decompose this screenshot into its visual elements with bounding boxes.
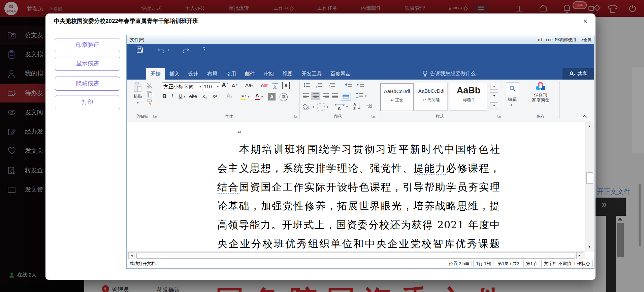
shrink-font-button[interactable]: A▼ (232, 83, 238, 88)
style-normal[interactable]: AaBbCcDdl ↵ 正文 (380, 83, 414, 111)
tab-home[interactable]: 开始 (146, 68, 165, 80)
bullets-button[interactable] (303, 82, 311, 88)
collapse-ribbon-icon[interactable] (582, 114, 587, 118)
lightbulb-icon (422, 70, 428, 77)
change-case-button[interactable]: Aa▾ (245, 82, 253, 88)
edit-caret-icon[interactable]: ▾ (511, 103, 512, 107)
cut-scissors-icon[interactable] (146, 82, 153, 89)
font-color-caret-icon[interactable]: ▾ (261, 95, 263, 98)
save-to-baidu-button[interactable]: 保存到百度网盘 (525, 81, 556, 103)
underline-button[interactable]: U (179, 93, 183, 99)
status-line-col: 1行 1列 (473, 260, 493, 267)
align-left-button[interactable] (303, 93, 310, 98)
tab-baidu-netdisk[interactable]: 百度网盘 (326, 68, 355, 80)
tab-developer[interactable]: 开发工具 (297, 68, 326, 80)
show-traces-button[interactable]: 显示痕迹 (55, 57, 120, 71)
pinyin-guide-button[interactable]: wén文 (272, 81, 278, 89)
scroll-up-icon[interactable]: ▲ (586, 123, 592, 129)
increase-indent-button[interactable] (356, 82, 364, 88)
font-size-select[interactable]: 110 ▾ (202, 82, 220, 91)
format-painter-icon[interactable] (146, 99, 153, 106)
text-effects-button[interactable]: A▾ (226, 92, 232, 99)
undo-caret-icon[interactable]: ▾ (168, 48, 169, 52)
borders-caret-icon[interactable]: ▾ (327, 105, 328, 109)
multilevel-list-button[interactable]: 1ai (327, 82, 335, 88)
align-right-button[interactable] (323, 93, 329, 98)
style-heading1[interactable]: AaBb 标题 1 (450, 83, 487, 111)
sort-button[interactable]: AZ (353, 102, 362, 111)
borders-button[interactable] (317, 103, 325, 111)
scroll-right-icon[interactable]: ► (576, 252, 583, 259)
clipboard-dialog-launcher-icon[interactable] (153, 114, 157, 118)
paragraph-group-label: 段落 (299, 114, 377, 119)
paste-button[interactable]: 粘贴 ▾ (130, 82, 146, 105)
strikethrough-button[interactable]: abe (189, 94, 197, 99)
styles-scroll-down[interactable]: ▼ (490, 92, 498, 99)
grow-font-button[interactable]: A▲ (222, 82, 229, 89)
fullscreen-link[interactable]: ↗全屏 (581, 37, 591, 42)
shading-bucket-button[interactable] (303, 103, 311, 110)
doc-vertical-scrollbar[interactable]: ▲ ▼ (585, 122, 594, 252)
styles-dialog-launcher-icon[interactable] (497, 114, 501, 118)
superscript-button[interactable]: X² (212, 94, 217, 99)
styles-more-button[interactable]: ▼ (490, 102, 498, 109)
find-button[interactable] (506, 82, 519, 95)
distributed-align-button[interactable] (341, 92, 351, 100)
tell-me-box[interactable]: 告诉我您想要做什么... (422, 70, 480, 77)
bold-button[interactable]: B (162, 93, 166, 100)
highlight-caret-icon[interactable]: ▾ (248, 95, 250, 98)
tab-references[interactable]: 引用 (222, 68, 240, 80)
share-button[interactable]: 共享 (562, 68, 594, 80)
undo-icon[interactable] (158, 47, 166, 53)
print-button[interactable]: 打印 (55, 95, 120, 109)
style-no-spacing[interactable]: AaBbCcDdl ↵ 无间隔 (415, 83, 448, 111)
scroll-left-icon[interactable]: ◄ (128, 252, 135, 259)
underline-caret-icon[interactable]: ▾ (184, 95, 186, 98)
enclose-characters-button[interactable]: 字 (280, 93, 288, 101)
save-icon[interactable] (136, 46, 143, 53)
show-formatting-marks-button[interactable] (365, 103, 373, 110)
character-scaling-button[interactable]: A (335, 103, 345, 111)
line-spacing-button[interactable] (356, 92, 364, 98)
subscript-button[interactable]: X₂ (202, 94, 207, 99)
edit-menu-button[interactable]: 编辑 (506, 96, 519, 103)
tab-layout[interactable]: 布局 (203, 68, 222, 80)
redo-icon[interactable] (181, 47, 189, 53)
italic-button[interactable]: I (171, 93, 173, 100)
font-dialog-launcher-icon[interactable] (294, 114, 298, 118)
editor-menubar: 文件(F) office MX内部使用 ↗全屏 (127, 35, 594, 44)
character-border-button[interactable]: A (282, 82, 290, 89)
paragraph-dialog-launcher-icon[interactable] (371, 114, 375, 118)
font-color-button[interactable]: A (255, 92, 260, 100)
character-scaling-caret-icon[interactable]: ▾ (346, 105, 348, 109)
copy-icon[interactable] (146, 91, 153, 97)
vscroll-thumb[interactable] (586, 172, 593, 184)
tab-view[interactable]: 视图 (278, 68, 297, 80)
close-icon[interactable]: × (580, 16, 590, 26)
align-center-button[interactable] (311, 92, 320, 100)
modal-title: 中央党校国资委分校2022年春季直属青年干部培训班开班 (54, 16, 542, 26)
clear-format-button[interactable]: A (261, 82, 267, 88)
numbering-button[interactable]: 123 (315, 82, 323, 88)
scroll-down-icon[interactable]: ▼ (586, 244, 592, 250)
file-menu[interactable]: 文件(F) (130, 37, 144, 43)
highlight-color-button[interactable]: ab (240, 92, 246, 100)
tab-insert[interactable]: 插入 (165, 68, 184, 80)
doc-horizontal-scrollbar[interactable]: ◄ ► (127, 252, 585, 259)
font-name-select[interactable]: 方正小标宋简 ▾ (162, 82, 203, 91)
tab-review[interactable]: 审阅 (259, 68, 278, 80)
styles-scroll-up[interactable]: ▲ (490, 83, 498, 90)
decrease-indent-button[interactable] (344, 82, 352, 88)
line-spacing-caret-icon[interactable]: ▾ (365, 94, 367, 98)
tab-design[interactable]: 设计 (184, 68, 203, 80)
justify-button[interactable] (332, 93, 339, 98)
document-page[interactable]: ↵ 本期培训班将围绕学习贯彻习近平新时代中国特色社 会主义思想，系统安排学理论、… (127, 122, 585, 252)
hscroll-thumb[interactable] (136, 253, 575, 259)
seal-verify-button[interactable]: 印章验证 (55, 38, 120, 52)
tab-mailings[interactable]: 邮件 (240, 68, 259, 80)
character-shading-button[interactable]: A (268, 93, 276, 100)
qat-customize-icon[interactable]: ▾ (203, 47, 205, 51)
hide-traces-button[interactable]: 隐藏痕迹 (55, 77, 120, 91)
document-modal: 中央党校国资委分校2022年春季直属青年干部培训班开班 × 印章验证 显示痕迹 … (45, 13, 595, 280)
shading-caret-icon[interactable]: ▾ (313, 105, 314, 109)
